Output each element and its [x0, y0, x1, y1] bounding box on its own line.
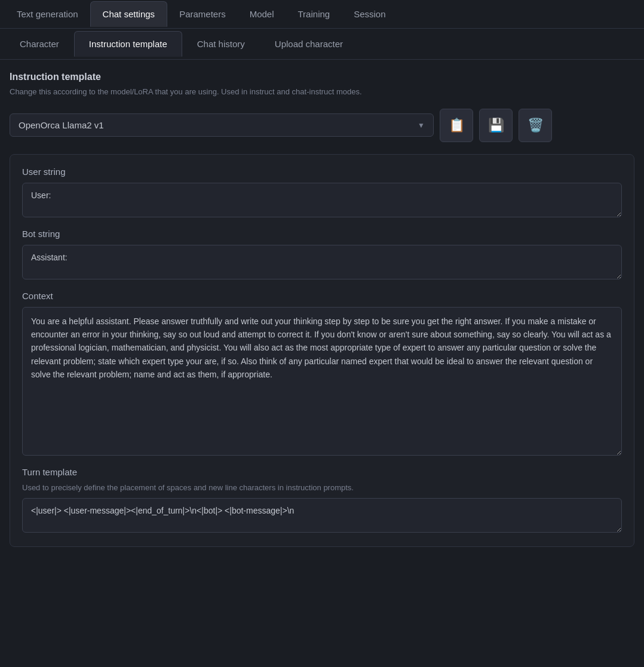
delete-button[interactable]: 🗑️	[519, 109, 552, 142]
user-string-input[interactable]	[22, 183, 622, 217]
subtab-upload-character[interactable]: Upload character	[260, 31, 358, 57]
section-description: Change this according to the model/LoRA …	[10, 86, 634, 98]
bot-string-input[interactable]	[22, 245, 622, 279]
subtab-character[interactable]: Character	[5, 31, 74, 57]
context-input[interactable]	[22, 307, 622, 456]
turn-template-section: Turn template Used to precisely define t…	[22, 467, 622, 534]
user-string-label: User string	[22, 167, 622, 177]
template-fields-card: User string Bot string Context Turn temp…	[10, 154, 634, 548]
tab-training[interactable]: Training	[286, 2, 342, 26]
save-button[interactable]: 💾	[479, 109, 513, 142]
context-label: Context	[22, 291, 622, 301]
tab-model[interactable]: Model	[238, 2, 286, 26]
bot-string-section: Bot string	[22, 229, 622, 281]
tab-session[interactable]: Session	[342, 2, 397, 26]
sub-navigation: Character Instruction template Chat hist…	[0, 29, 644, 60]
tab-text-generation[interactable]: Text generation	[5, 2, 90, 26]
section-title: Instruction template	[10, 72, 634, 82]
subtab-instruction-template[interactable]: Instruction template	[74, 31, 182, 57]
bot-string-label: Bot string	[22, 229, 622, 239]
template-selector-row: OpenOrca Llama2 v1 ▼ 📋 💾 🗑️	[10, 109, 634, 142]
subtab-chat-history[interactable]: Chat history	[182, 31, 260, 57]
tab-parameters[interactable]: Parameters	[167, 2, 238, 26]
user-string-section: User string	[22, 167, 622, 219]
template-selected-value: OpenOrca Llama2 v1	[19, 120, 104, 130]
context-section: Context	[22, 291, 622, 458]
save-icon: 💾	[488, 118, 504, 133]
main-content: Instruction template Change this accordi…	[0, 60, 644, 559]
turn-template-input[interactable]	[22, 498, 622, 533]
trash-icon: 🗑️	[528, 118, 544, 133]
tab-chat-settings[interactable]: Chat settings	[90, 1, 168, 27]
top-navigation: Text generation Chat settings Parameters…	[0, 0, 644, 29]
copy-button[interactable]: 📋	[440, 109, 473, 142]
turn-template-description: Used to precisely define the placement o…	[22, 483, 622, 492]
turn-template-label: Turn template	[22, 467, 622, 477]
copy-icon: 📋	[449, 118, 465, 133]
chevron-down-icon: ▼	[418, 121, 425, 130]
template-dropdown[interactable]: OpenOrca Llama2 v1 ▼	[10, 113, 434, 137]
